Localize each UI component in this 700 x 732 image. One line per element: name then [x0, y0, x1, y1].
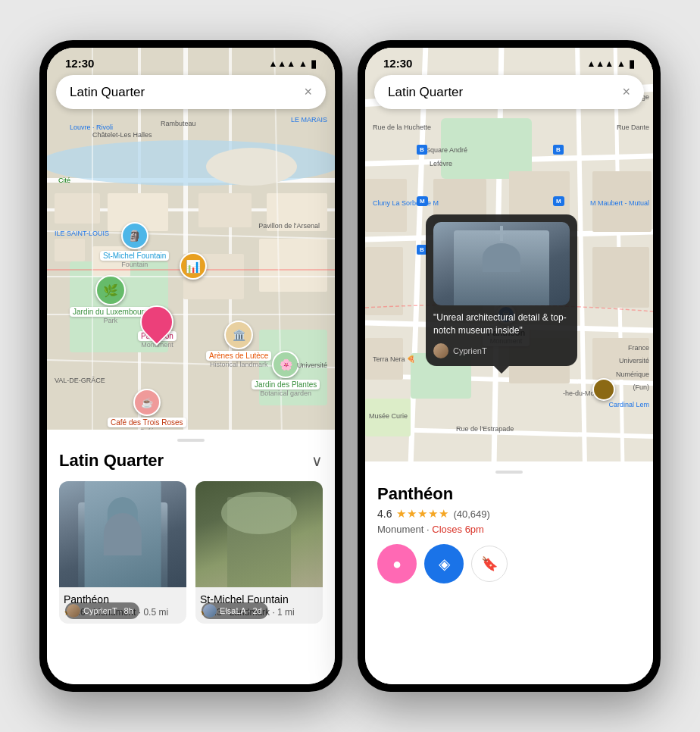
panel-actions: ● ◈ 🔖 — [377, 544, 641, 583]
callout-user: CyprienT — [433, 343, 570, 358]
panel-type: Monument — [377, 524, 423, 535]
svg-rect-42 — [592, 171, 652, 232]
phone-2: 12:30 ▲▲▲ ▲ ▮ Latin Quarter × Rue de la … — [358, 40, 661, 692]
callout-arrow — [494, 366, 509, 374]
phone-2-inner: 12:30 ▲▲▲ ▲ ▮ Latin Quarter × Rue de la … — [365, 48, 653, 684]
wifi-icon-2: ▲ — [617, 58, 626, 69]
panel-reviews: (40,649) — [453, 508, 489, 520]
panel-meta: Monument · Closes 6pm — [377, 524, 641, 535]
search-query-1: Latin Quarter — [70, 85, 145, 100]
panel-rating-value: 4.6 — [377, 508, 392, 520]
svg-rect-46 — [592, 247, 649, 308]
panel-place-name: Panthéon — [377, 484, 641, 504]
callout-username: CyprienT — [453, 346, 487, 355]
bottom-sheet-1: Latin Quarter ∨ — [47, 430, 335, 684]
pin-st-michel-label: St-Michel Fountain — [100, 251, 169, 261]
battery-icon-1: ▮ — [311, 58, 317, 70]
status-bar-2: 12:30 ▲▲▲ ▲ ▮ — [365, 48, 653, 73]
battery-icon-2: ▮ — [629, 58, 635, 70]
pin-cafe-sub: Café — [139, 427, 154, 430]
star-5: ★ — [439, 507, 448, 521]
callout-img — [433, 222, 570, 305]
stars-row: ★ ★ ★ ★ ★ — [396, 507, 448, 521]
callout-quote: "Unreal architectural detail & top-notch… — [433, 311, 570, 337]
action-btn-pink[interactable]: ● — [377, 544, 417, 583]
sheet-chevron[interactable]: ∨ — [311, 452, 323, 470]
card-avatar-cyprien — [67, 604, 80, 618]
panel-handle — [495, 471, 523, 474]
card-fountain-img — [195, 481, 323, 587]
search-query-2: Latin Quarter — [388, 85, 463, 100]
data-badge[interactable]: 📊 — [180, 252, 207, 280]
cardinal-marker[interactable] — [592, 378, 615, 401]
time-2: 12:30 — [383, 57, 412, 70]
status-icons-2: ▲▲▲ ▲ ▮ — [586, 58, 635, 70]
svg-rect-43 — [365, 247, 403, 315]
pin-st-michel[interactable]: 🗿 St-Michel Fountain Fountain — [100, 222, 169, 268]
pin-pantheon[interactable]: Panthéon Monument — [138, 305, 177, 349]
star-3: ★ — [417, 507, 427, 521]
card-avatar-elsa — [203, 604, 217, 618]
pin-plantes-label: Jardin des Plantes — [252, 380, 320, 389]
bus-2: B — [553, 145, 564, 155]
action-btn-directions[interactable]: ◈ — [424, 544, 464, 583]
pin-cafe-label: Café des Trois Roses — [108, 418, 186, 427]
svg-rect-49 — [592, 338, 649, 380]
wifi-icon-1: ▲ — [298, 58, 308, 69]
svg-point-17 — [206, 148, 297, 186]
svg-rect-36 — [441, 118, 532, 179]
svg-rect-13 — [55, 239, 85, 261]
metro-cluny: M — [417, 196, 428, 206]
star-4: ★ — [428, 507, 438, 521]
card-user-cyprien: CyprienT · 8h — [83, 606, 133, 615]
pin-plantes-sub: Botanical garden — [260, 389, 311, 397]
sheet-title: Latin Quarter — [59, 451, 164, 471]
svg-rect-39 — [365, 179, 407, 232]
callout-avatar — [433, 343, 448, 358]
metro-maubert: M — [553, 196, 564, 206]
pin-jardin-sub: Park — [104, 317, 118, 324]
search-close-1[interactable]: × — [304, 84, 312, 100]
search-close-2[interactable]: × — [622, 84, 630, 100]
directions-icon: ◈ — [439, 555, 450, 573]
bus-1: B — [417, 145, 427, 155]
card-fountain[interactable]: ElsaLA · 2d St-Michel Fountain ★ 4.3 · L… — [195, 481, 323, 624]
search-bar-2[interactable]: Latin Quarter × — [374, 75, 644, 109]
card-user-elsa: ElsaLA · 2d — [220, 606, 262, 615]
pin-jardin-plantes[interactable]: 🌸 Jardin des Plantes Botanical garden — [252, 351, 320, 397]
star-2: ★ — [407, 507, 417, 521]
svg-rect-12 — [267, 193, 327, 231]
card-pantheon-img — [59, 481, 186, 587]
action-btn-save[interactable]: 🔖 — [471, 546, 508, 582]
card-pantheon[interactable]: CyprienT · 8h Panthéon ★ 4.6 · Monument … — [59, 481, 186, 624]
status-bar-1: 12:30 ▲▲▲ ▲ ▮ — [47, 48, 335, 73]
sheet-title-row: Latin Quarter ∨ — [59, 451, 323, 471]
phone-1-inner: 12:30 ▲▲▲ ▲ ▮ Latin Quarter × Louvre · R… — [47, 48, 335, 684]
sheet-handle-1 — [177, 439, 205, 442]
search-bar-1[interactable]: Latin Quarter × — [56, 75, 326, 109]
svg-rect-11 — [198, 193, 252, 227]
time-1: 12:30 — [65, 57, 94, 70]
card-fountain-user-badge: ElsaLA · 2d — [202, 602, 268, 619]
save-icon: 🔖 — [481, 555, 498, 572]
panel-closes: Closes 6pm — [432, 524, 484, 535]
pin-cafe[interactable]: ☕ Café des Trois Roses Café — [108, 389, 186, 430]
svg-rect-47 — [365, 338, 403, 380]
panel-rating-row: 4.6 ★ ★ ★ ★ ★ (40,649) — [377, 507, 641, 521]
svg-rect-16 — [259, 239, 327, 292]
signal-icon-2: ▲▲▲ — [586, 58, 614, 69]
card-pantheon-user-badge: CyprienT · 8h — [65, 602, 139, 619]
bottom-panel-2: Panthéon 4.6 ★ ★ ★ ★ ★ (40,649) Monument… — [365, 461, 653, 684]
phone-1-map[interactable]: 12:30 ▲▲▲ ▲ ▮ Latin Quarter × Louvre · R… — [47, 48, 335, 430]
signal-icon-1: ▲▲▲ — [268, 58, 295, 69]
star-1: ★ — [396, 507, 406, 521]
callout-card[interactable]: "Unreal architectural detail & top-notch… — [426, 214, 577, 366]
cards-row: CyprienT · 8h Panthéon ★ 4.6 · Monument … — [59, 481, 323, 624]
svg-rect-38 — [365, 399, 411, 436]
phone-2-map[interactable]: 12:30 ▲▲▲ ▲ ▮ Latin Quarter × Rue de la … — [365, 48, 653, 461]
phone-1: 12:30 ▲▲▲ ▲ ▮ Latin Quarter × Louvre · R… — [39, 40, 342, 692]
pink-btn-icon: ● — [392, 555, 402, 573]
pin-st-michel-sub: Fountain — [121, 261, 148, 268]
phones-container: 12:30 ▲▲▲ ▲ ▮ Latin Quarter × Louvre · R… — [24, 25, 676, 707]
status-icons-1: ▲▲▲ ▲ ▮ — [268, 58, 317, 70]
